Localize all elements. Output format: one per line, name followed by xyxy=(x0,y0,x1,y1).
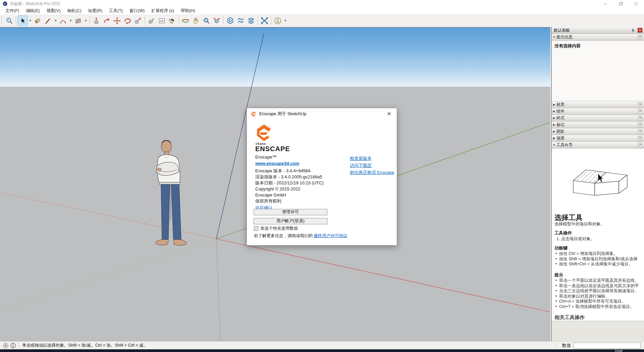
menu-file[interactable]: 文件(F) xyxy=(2,7,22,14)
arc-dropdown-arrow[interactable]: ▼ xyxy=(68,19,73,22)
website-link[interactable]: www.enscape3d.com xyxy=(255,161,299,166)
check-updates-link[interactable]: 检查新版本 xyxy=(350,156,372,161)
enscape-settings-button[interactable] xyxy=(225,15,235,26)
user-account-button[interactable] xyxy=(273,15,283,26)
store-link[interactable]: 前往商店购买 Enscape xyxy=(350,170,394,175)
geolocation-icon[interactable] xyxy=(3,343,8,348)
tray-close-icon[interactable] xyxy=(638,28,642,33)
eula-prefix-text: 欲了解更多信息，请阅读我们的 xyxy=(254,233,314,238)
menu-window[interactable]: 窗口(W) xyxy=(126,7,148,14)
section-close-icon[interactable] xyxy=(638,136,642,140)
pin-icon[interactable] xyxy=(631,28,635,33)
rotate-tool-button[interactable] xyxy=(122,15,133,26)
green-axis-negative xyxy=(0,239,216,311)
minimize-button[interactable] xyxy=(598,0,613,7)
section-close-icon[interactable] xyxy=(638,116,642,120)
tape-measure-icon xyxy=(148,17,155,25)
ops-heading: 工具操作 xyxy=(554,230,644,236)
paint-bucket-button[interactable] xyxy=(167,15,177,26)
section-instructor[interactable]: ▼ 工具向导 xyxy=(552,142,644,148)
section-entity-info[interactable]: ▼ 图元信息 xyxy=(552,34,644,41)
taskbar-strip: 1101 xyxy=(0,349,644,352)
menu-edit[interactable]: 编辑(E) xyxy=(22,7,43,14)
enscape-about-dialog: Enscape 用于 SketchUp ✕ chaos ENSCAPE Ensc… xyxy=(247,108,397,246)
arc-icon xyxy=(59,17,67,25)
menu-camera[interactable]: 相机(C) xyxy=(64,7,85,14)
toolbar-grip[interactable] xyxy=(1,16,3,25)
rectangle-tool-button[interactable] xyxy=(73,15,84,26)
enscape-layers-button[interactable] xyxy=(246,15,256,26)
scale-icon xyxy=(134,17,142,25)
dialog-side-links: 检查新版本 访问下载区 前往商店购买 Enscape xyxy=(350,155,394,176)
tray-header[interactable]: 默认面板 xyxy=(552,27,644,34)
section-tags[interactable]: ▶ 标记 xyxy=(552,122,644,128)
menu-extensions[interactable]: 扩展程序 (x) xyxy=(148,7,177,14)
section-close-icon[interactable] xyxy=(638,35,642,39)
info-icon[interactable] xyxy=(10,343,16,348)
line-dropdown-arrow[interactable]: ▼ xyxy=(53,19,58,22)
line-tool-button[interactable] xyxy=(43,15,53,26)
close-button[interactable] xyxy=(629,0,644,7)
enscape-sync-icon xyxy=(261,17,268,25)
orbit-button[interactable] xyxy=(180,15,191,26)
section-styles[interactable]: ▶ 样式 xyxy=(552,115,644,122)
paint-bucket-icon xyxy=(168,17,176,25)
orbit-icon xyxy=(182,17,189,25)
section-scenes[interactable]: ▶ 场景 xyxy=(552,135,644,142)
follow-me-button[interactable] xyxy=(102,15,112,26)
enscape-sync-button[interactable] xyxy=(259,15,270,26)
enscape-layers-icon xyxy=(247,17,255,25)
section-close-icon[interactable] xyxy=(638,129,642,134)
version-info: Enscape 版本 - 3.4.4+94564 渲染器版本 - 3.4.0.2… xyxy=(255,168,324,204)
tips-heading: 提示 xyxy=(554,272,644,278)
zoom-extents-button[interactable] xyxy=(212,15,222,26)
rotate-icon xyxy=(124,17,131,25)
section-materials[interactable]: ▶ 材质 xyxy=(552,101,644,108)
dimension-button[interactable]: A1 xyxy=(157,15,167,26)
section-label: 标记 xyxy=(556,122,565,128)
usage-data-checkbox[interactable]: ✓ xyxy=(254,226,258,231)
menu-help[interactable]: 帮助(H) xyxy=(177,7,198,14)
no-selection-text: 没有选择内容 xyxy=(554,43,641,49)
enscape-chevrons-button[interactable] xyxy=(235,15,246,26)
move-tool-button[interactable] xyxy=(112,15,122,26)
user-account-dropdown-arrow[interactable]: ▼ xyxy=(283,19,288,22)
section-close-icon[interactable] xyxy=(638,143,642,147)
zoom-button[interactable] xyxy=(201,15,212,26)
expand-arrow-icon: ▶ xyxy=(552,117,556,120)
eula-link[interactable]: 最终用户许可协议 xyxy=(314,233,347,238)
collapse-arrow-icon: ▼ xyxy=(552,143,556,146)
model-person-figure[interactable] xyxy=(156,140,187,246)
tips-item: Ctrl+T = 取消选择模型中所有选定项目。 xyxy=(554,304,644,310)
menu-tools[interactable]: 工具(T) xyxy=(106,7,126,14)
section-close-icon[interactable] xyxy=(638,109,642,114)
restore-button[interactable] xyxy=(613,0,629,7)
pan-button[interactable] xyxy=(191,15,201,26)
dialog-titlebar[interactable]: Enscape 用于 SketchUp ✕ xyxy=(247,108,397,120)
sketchup-app-icon xyxy=(3,1,7,6)
zoom-window-button[interactable] xyxy=(4,15,14,26)
arc-tool-button[interactable] xyxy=(58,15,68,26)
tips-item: 双击一条边线以选定该边线及与其共享的平 xyxy=(554,283,644,289)
menu-draw[interactable]: 绘图(R) xyxy=(85,7,106,14)
menu-view[interactable]: 视图(V) xyxy=(43,7,64,14)
dialog-close-icon[interactable]: ✕ xyxy=(386,111,392,117)
window-title: 无标题 - SketchUp Pro 2022 xyxy=(10,1,60,7)
select-tool-button[interactable] xyxy=(17,15,28,26)
keys-item: 按住 Ctrl = 增加项目到选择集。 xyxy=(554,251,644,257)
section-close-icon[interactable] xyxy=(638,123,642,127)
manage-license-button[interactable]: 管理许可 xyxy=(254,209,327,215)
tape-measure-button[interactable] xyxy=(146,15,157,26)
select-dropdown-arrow[interactable]: ▼ xyxy=(28,19,33,22)
section-components[interactable]: ▶ 组件 xyxy=(552,108,644,115)
push-pull-button[interactable] xyxy=(91,15,102,26)
downloads-link[interactable]: 访问下载区 xyxy=(350,163,372,168)
measurements-input[interactable] xyxy=(574,343,641,349)
section-shadows[interactable]: ▶ 阴影 xyxy=(552,128,644,135)
section-close-icon[interactable] xyxy=(638,102,642,107)
rectangle-dropdown-arrow[interactable]: ▼ xyxy=(84,19,88,22)
eraser-button[interactable] xyxy=(33,15,43,26)
tips-item: 双击对象以对其进行编辑。 xyxy=(554,294,644,299)
user-account-login-button[interactable]: 用户帐户(登录) xyxy=(254,218,327,224)
scale-tool-button[interactable] xyxy=(133,15,143,26)
